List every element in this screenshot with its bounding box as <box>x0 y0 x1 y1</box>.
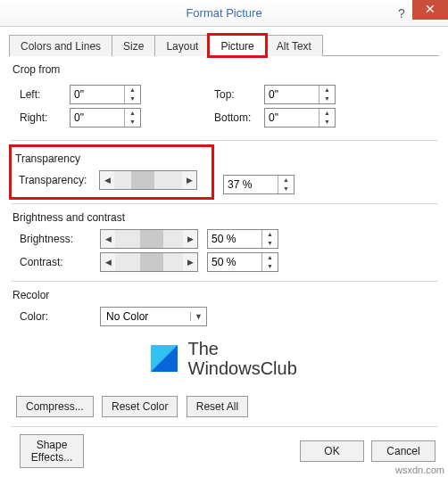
slider-right-icon[interactable]: ▶ <box>183 258 197 267</box>
divider <box>11 140 437 141</box>
crop-bottom-spinner[interactable]: 0" ▲▼ <box>264 108 336 127</box>
divider <box>11 281 437 282</box>
spinner-buttons[interactable]: ▲▼ <box>319 109 335 127</box>
transparency-section: Transparency Transparency: ◀ ▶ <box>9 144 214 200</box>
crop-section-label: Crop from <box>12 63 439 76</box>
divider <box>11 203 437 204</box>
dialog-content: Colors and Lines Size Layout Picture Alt… <box>0 27 448 477</box>
logo-icon <box>151 345 178 372</box>
transparency-section-label: Transparency <box>15 152 208 165</box>
contrast-value[interactable]: 50 % <box>208 256 261 268</box>
crop-bottom-label: Bottom: <box>214 111 264 124</box>
brightness-value[interactable]: 50 % <box>208 233 261 245</box>
spinner-buttons[interactable]: ▲▼ <box>261 253 278 271</box>
recolor-color-combo[interactable]: No Color ▼ <box>100 307 207 326</box>
slider-right-icon[interactable]: ▶ <box>182 176 196 185</box>
crop-grid: Left: 0" ▲▼ Right: 0" ▲▼ Top: 0" ▲▼ <box>9 81 439 131</box>
contrast-spinner[interactable]: 50 % ▲▼ <box>207 252 278 272</box>
brightness-label: Brightness: <box>20 233 100 245</box>
transparency-label: Transparency: <box>19 174 99 186</box>
crop-right-label: Right: <box>20 111 70 124</box>
tab-layout[interactable]: Layout <box>154 35 210 56</box>
tab-picture[interactable]: Picture <box>209 35 265 56</box>
crop-top-value[interactable]: 0" <box>265 88 319 101</box>
bc-section-label: Brightness and contrast <box>12 211 439 224</box>
crop-right-spinner[interactable]: 0" ▲▼ <box>70 108 141 127</box>
spinner-buttons[interactable]: ▲▼ <box>124 86 140 103</box>
crop-left-label: Left: <box>20 88 70 101</box>
transparency-spinner[interactable]: 37 % ▲▼ <box>223 175 295 194</box>
watermark: wsxdn.com <box>395 465 444 475</box>
crop-bottom-value[interactable]: 0" <box>265 111 319 124</box>
chevron-down-icon[interactable]: ▼ <box>190 312 206 321</box>
help-button[interactable]: ? <box>391 4 412 23</box>
crop-top-spinner[interactable]: 0" ▲▼ <box>264 85 336 104</box>
shape-effects-button[interactable]: Shape Effects... <box>20 434 84 468</box>
recolor-color-label: Color: <box>20 310 100 323</box>
crop-top-label: Top: <box>214 88 264 101</box>
dialog-title: Format Picture <box>0 6 448 20</box>
recolor-color-value: No Color <box>101 310 190 323</box>
tab-alt-text[interactable]: Alt Text <box>265 35 323 56</box>
slider-left-icon[interactable]: ◀ <box>100 176 114 185</box>
reset-all-button[interactable]: Reset All <box>187 396 248 417</box>
recolor-section-label: Recolor <box>12 289 439 301</box>
ok-button[interactable]: OK <box>300 440 364 462</box>
divider <box>11 426 437 427</box>
transparency-slider[interactable]: ◀ ▶ <box>99 170 197 190</box>
brightness-slider[interactable]: ◀ ▶ <box>100 229 198 249</box>
cancel-button[interactable]: Cancel <box>371 440 436 462</box>
close-button[interactable]: ✕ <box>412 0 448 20</box>
spinner-buttons[interactable]: ▲▼ <box>278 176 294 193</box>
logo-text: The WindowsClub <box>188 339 297 378</box>
compress-button[interactable]: Compress... <box>16 396 94 417</box>
slider-left-icon[interactable]: ◀ <box>101 258 115 267</box>
tabs: Colors and Lines Size Layout Picture Alt… <box>9 34 439 56</box>
crop-left-spinner[interactable]: 0" ▲▼ <box>70 85 141 104</box>
spinner-buttons[interactable]: ▲▼ <box>319 86 335 103</box>
button-row-2: Shape Effects... OK Cancel <box>12 434 436 468</box>
transparency-value[interactable]: 37 % <box>224 178 278 191</box>
spinner-buttons[interactable]: ▲▼ <box>124 109 140 127</box>
reset-color-button[interactable]: Reset Color <box>102 396 178 417</box>
button-row-1: Compress... Reset Color Reset All <box>16 396 439 417</box>
crop-left-value[interactable]: 0" <box>71 88 124 101</box>
crop-right-value[interactable]: 0" <box>71 111 124 124</box>
slider-left-icon[interactable]: ◀ <box>101 234 115 243</box>
tab-colors-lines[interactable]: Colors and Lines <box>9 35 112 56</box>
slider-right-icon[interactable]: ▶ <box>183 234 197 243</box>
brightness-spinner[interactable]: 50 % ▲▼ <box>207 229 278 249</box>
contrast-label: Contrast: <box>20 256 100 268</box>
contrast-slider[interactable]: ◀ ▶ <box>100 252 198 272</box>
tab-size[interactable]: Size <box>112 35 155 56</box>
spinner-buttons[interactable]: ▲▼ <box>261 230 278 248</box>
titlebar: Format Picture ? ✕ <box>0 0 448 27</box>
preview-area: The WindowsClub <box>9 339 439 378</box>
